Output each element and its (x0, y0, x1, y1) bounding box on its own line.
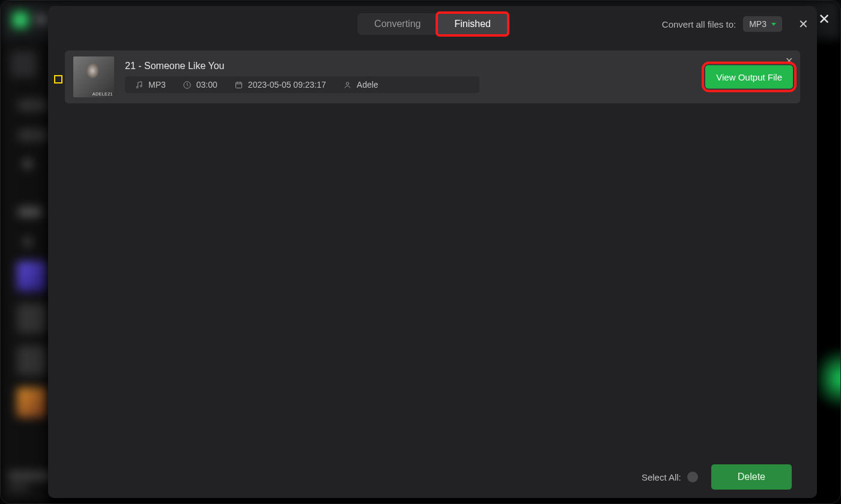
svg-rect-4 (235, 82, 241, 88)
tab-finished[interactable]: Finished (437, 13, 507, 35)
modal-header: Converting Finished Convert all files to… (48, 6, 817, 42)
modal-close-button[interactable]: ✕ (798, 18, 809, 30)
track-row: 21 - Someone Like You MP3 03:00 2023-05-… (65, 50, 800, 103)
chevron-down-icon (771, 23, 776, 26)
app-title: Sp (35, 13, 48, 26)
conversion-modal: Converting Finished Convert all files to… (48, 6, 817, 498)
svg-point-1 (136, 86, 138, 88)
checkbox-marker[interactable] (54, 75, 62, 83)
calendar-icon (234, 80, 243, 90)
convert-all-label: Convert all files to: (662, 19, 736, 29)
music-note-icon (135, 80, 144, 90)
format-dropdown[interactable]: MP3 (743, 16, 782, 32)
track-title: 21 - Someone Like You (125, 61, 479, 71)
svg-point-2 (140, 85, 142, 87)
track-duration: 03:00 (196, 80, 217, 90)
track-timestamp: 2023-05-05 09:23:17 (248, 80, 326, 90)
track-artist: Adele (357, 80, 378, 90)
tab-group: Converting Finished (357, 13, 508, 35)
select-all-toggle[interactable] (687, 472, 698, 482)
spotify-icon (12, 11, 29, 28)
format-selected-value: MP3 (749, 19, 767, 29)
delete-button[interactable]: Delete (711, 464, 792, 490)
track-list: 21 - Someone Like You MP3 03:00 2023-05-… (48, 42, 817, 456)
album-art (73, 56, 114, 97)
tab-converting[interactable]: Converting (357, 13, 437, 35)
view-output-file-button[interactable]: View Output File (705, 65, 793, 89)
track-format: MP3 (148, 80, 166, 90)
track-meta-bar: MP3 03:00 2023-05-05 09:23:17 Adele (125, 76, 479, 93)
select-all-label: Select All: (642, 472, 681, 482)
modal-footer: Select All: Delete (48, 456, 817, 498)
clock-icon (183, 80, 192, 90)
person-icon (343, 80, 352, 90)
svg-point-5 (346, 82, 348, 84)
outer-close-button[interactable]: ✕ (818, 11, 830, 28)
